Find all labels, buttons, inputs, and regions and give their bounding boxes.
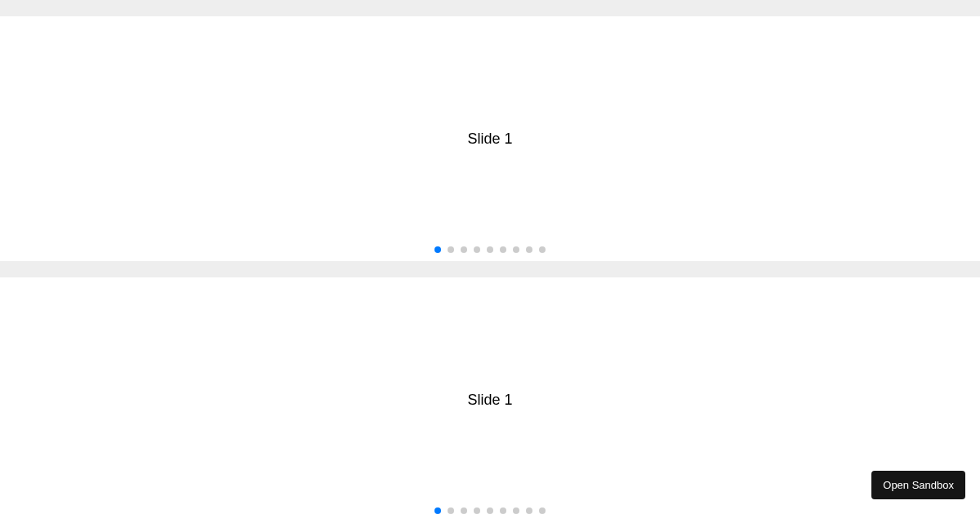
pagination-bullet[interactable] — [448, 507, 454, 514]
carousel-1[interactable]: Slide 1 — [0, 16, 980, 261]
pagination-bullet[interactable] — [461, 507, 467, 514]
pagination-2 — [0, 507, 980, 514]
pagination-1 — [0, 246, 980, 253]
pagination-bullet[interactable] — [474, 507, 480, 514]
slide-content: Slide 1 — [0, 16, 980, 261]
pagination-bullet[interactable] — [513, 507, 519, 514]
pagination-bullet[interactable] — [526, 507, 532, 514]
pagination-bullet[interactable] — [434, 507, 441, 514]
pagination-bullet[interactable] — [448, 246, 454, 253]
open-sandbox-button[interactable]: Open Sandbox — [871, 471, 965, 499]
pagination-bullet[interactable] — [487, 246, 493, 253]
slide-label: Slide 1 — [467, 392, 512, 409]
slide-content: Slide 1 — [0, 277, 980, 514]
pagination-bullet[interactable] — [461, 246, 467, 253]
pagination-bullet[interactable] — [513, 246, 519, 253]
pagination-bullet[interactable] — [539, 246, 546, 253]
pagination-bullet[interactable] — [434, 246, 441, 253]
pagination-bullet[interactable] — [526, 246, 532, 253]
pagination-bullet[interactable] — [539, 507, 546, 514]
slide-label: Slide 1 — [467, 131, 512, 148]
pagination-bullet[interactable] — [474, 246, 480, 253]
pagination-bullet[interactable] — [500, 507, 506, 514]
carousel-2[interactable]: Slide 1 — [0, 277, 980, 514]
pagination-bullet[interactable] — [500, 246, 506, 253]
pagination-bullet[interactable] — [487, 507, 493, 514]
